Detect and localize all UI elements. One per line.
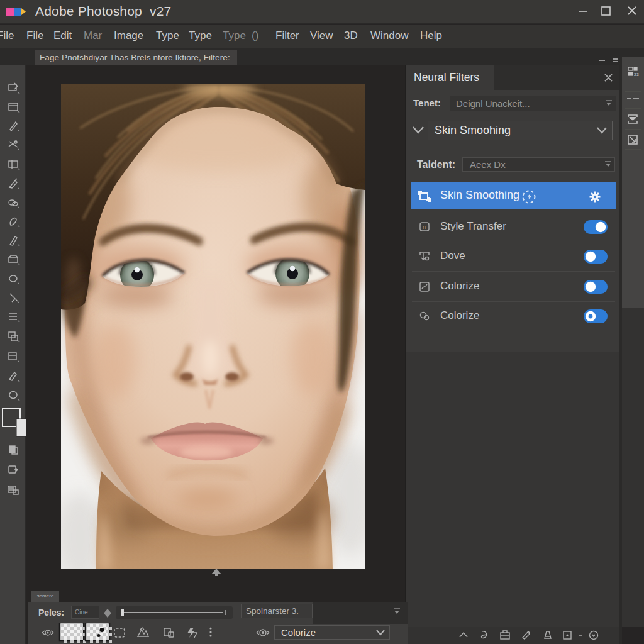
svg-text:n: n bbox=[423, 224, 426, 230]
svg-text:23: 23 bbox=[634, 72, 639, 77]
